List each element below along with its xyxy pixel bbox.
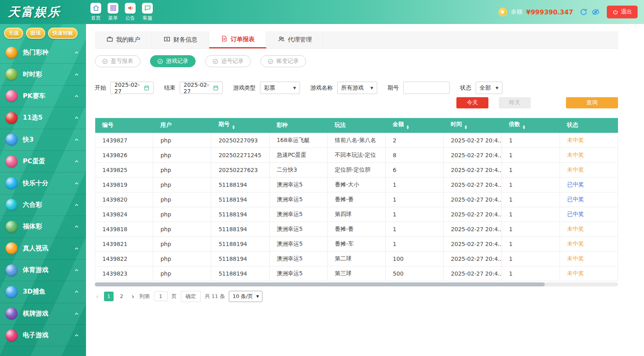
today-button[interactable]: 今天 bbox=[456, 97, 488, 108]
account-icon bbox=[106, 36, 113, 44]
page-button[interactable]: 1 bbox=[104, 292, 114, 301]
horizontal-scrollbar[interactable] bbox=[95, 282, 618, 286]
subtab-game-records[interactable]: 游戏记录 bbox=[150, 55, 196, 67]
tab-my-account[interactable]: 我的账户 bbox=[95, 31, 152, 48]
sidebar-item[interactable]: 时时彩 bbox=[0, 64, 86, 85]
goto-page-input[interactable] bbox=[154, 291, 168, 301]
nav-home[interactable]: 首页 bbox=[90, 3, 101, 22]
quick-button[interactable]: 充值 bbox=[4, 28, 23, 39]
subtab-chase-records[interactable]: 追号记录 bbox=[205, 55, 251, 67]
lottery-ball-icon bbox=[6, 156, 18, 168]
sidebar-item[interactable]: 热门彩种 bbox=[0, 42, 86, 64]
column-header[interactable]: 时间▲▼ bbox=[444, 118, 502, 133]
sidebar-item[interactable]: 快乐十分 bbox=[0, 172, 86, 194]
quick-button[interactable]: 快速转账 bbox=[48, 28, 78, 39]
sidebar-item[interactable]: PC蛋蛋 bbox=[0, 151, 86, 172]
cell-amount: 6 bbox=[386, 162, 444, 177]
cell-amount: 1 bbox=[386, 177, 444, 192]
subtab-account-change-records[interactable]: 账变记录 bbox=[260, 55, 306, 67]
column-header: 用户 bbox=[153, 118, 211, 133]
sidebar-item[interactable]: 体育游戏 bbox=[0, 260, 86, 281]
sort-icon[interactable]: ▲▼ bbox=[523, 125, 525, 130]
query-button[interactable]: 查询 bbox=[566, 97, 618, 108]
sidebar-item[interactable]: 真人视讯 bbox=[0, 238, 86, 260]
refresh-icon[interactable] bbox=[580, 8, 588, 16]
coin-icon: ¥ bbox=[498, 8, 507, 16]
lottery-ball-icon bbox=[6, 330, 18, 342]
sidebar-item-label: 棋牌游戏 bbox=[23, 310, 48, 318]
cell-time: 2025-02-27 20:4... bbox=[444, 222, 502, 236]
cell-multiple: 1 bbox=[502, 266, 560, 281]
service-icon bbox=[142, 3, 153, 14]
yesterday-button[interactable]: 昨天 bbox=[499, 97, 531, 108]
nav-announcement[interactable]: 公告 bbox=[125, 3, 136, 22]
cell-issue: 51188194 bbox=[211, 177, 269, 192]
logout-button[interactable]: 退出 bbox=[607, 6, 638, 18]
cell-status: 未中奖 bbox=[560, 133, 618, 148]
sidebar-item-label: 电子游戏 bbox=[23, 331, 48, 340]
cell-issue: 20250227623 bbox=[211, 162, 269, 177]
sidebar-item[interactable]: PK赛车 bbox=[0, 86, 86, 107]
logout-label: 退出 bbox=[621, 8, 632, 16]
cell-issue: 51188194 bbox=[211, 251, 269, 266]
column-header: 编号 bbox=[95, 118, 153, 133]
cell-multiple: 1 bbox=[502, 207, 560, 222]
column-label: 彩种 bbox=[276, 122, 288, 128]
power-icon bbox=[612, 9, 618, 15]
column-header[interactable]: 金额▲▼ bbox=[386, 118, 444, 133]
sidebar-item[interactable]: 3D捕鱼 bbox=[0, 281, 86, 303]
lottery-ball-icon bbox=[6, 199, 18, 211]
nav-menu[interactable]: 菜单 bbox=[108, 3, 118, 22]
cell-user: php bbox=[153, 148, 211, 162]
game-name-select[interactable]: 所有游戏 ▼ bbox=[337, 82, 377, 94]
confirm-button[interactable]: 确定 bbox=[181, 291, 201, 302]
quick-button[interactable]: 提现 bbox=[26, 28, 45, 39]
page-button[interactable]: 2 bbox=[117, 292, 126, 301]
sidebar-item[interactable]: 11选5 bbox=[0, 107, 86, 129]
end-date-input[interactable]: 2025-02-27 bbox=[180, 82, 223, 94]
table-row: 1439826php202502271245急速PC蛋蛋不回本玩法-定位8202… bbox=[95, 148, 618, 162]
sidebar-item[interactable]: 棋牌游戏 bbox=[0, 303, 86, 325]
column-header[interactable]: 期号▲▼ bbox=[211, 118, 269, 133]
tab-finance-info[interactable]: 财务信息 bbox=[152, 31, 209, 48]
cell-time: 2025-02-27 20:4... bbox=[444, 133, 502, 148]
tab-agent-manage[interactable]: 代理管理 bbox=[266, 31, 324, 48]
sidebar-item[interactable]: 六合彩 bbox=[0, 194, 86, 216]
cell-status: 已中奖 bbox=[560, 207, 618, 222]
sidebar-item[interactable]: 电子游戏 bbox=[0, 325, 86, 346]
announcement-icon bbox=[125, 3, 136, 14]
chevron-up-icon bbox=[74, 246, 80, 252]
cell-id: 1439824 bbox=[95, 207, 153, 222]
end-date-label: 结束 bbox=[164, 84, 175, 92]
sidebar-item-label: 3D捕鱼 bbox=[23, 288, 45, 296]
table-row: 1439825php20250227623二分快3定位胆-定位胆62025-02… bbox=[95, 162, 618, 177]
game-type-select[interactable]: 彩票 ▼ bbox=[260, 82, 300, 94]
issue-input[interactable] bbox=[403, 82, 450, 94]
scrollbar-thumb[interactable] bbox=[95, 282, 545, 286]
column-header[interactable]: 倍数▲▼ bbox=[502, 118, 560, 133]
nav-service[interactable]: 客服 bbox=[142, 3, 153, 22]
start-date-label: 开始 bbox=[95, 84, 106, 92]
sort-icon[interactable]: ▲▼ bbox=[407, 125, 409, 130]
prev-page-icon[interactable]: ‹ bbox=[95, 292, 100, 300]
subtab-profit-report[interactable]: 盈亏报表 bbox=[95, 55, 140, 67]
next-page-icon[interactable]: › bbox=[130, 292, 136, 300]
status-select[interactable]: 全部 ▼ bbox=[476, 82, 502, 94]
cell-multiple: 1 bbox=[502, 177, 560, 192]
page-size-select[interactable]: 10 条/页 ▼ bbox=[229, 291, 262, 302]
cell-multiple: 1 bbox=[502, 192, 560, 207]
tab-order-report[interactable]: 订单报表 bbox=[209, 31, 266, 48]
cell-time: 2025-02-27 20:4... bbox=[444, 251, 502, 266]
check-circle-icon bbox=[102, 58, 108, 64]
sidebar-item[interactable]: 快3 bbox=[0, 129, 86, 151]
sidebar-item[interactable]: 福体彩 bbox=[0, 216, 86, 238]
start-date-input[interactable]: 2025-02-27 bbox=[110, 82, 154, 94]
sort-icon[interactable]: ▲▼ bbox=[465, 125, 467, 130]
sort-icon[interactable]: ▲▼ bbox=[232, 125, 234, 130]
cell-multiple: 1 bbox=[502, 148, 560, 162]
calendar-icon bbox=[213, 85, 219, 91]
lottery-ball-icon bbox=[6, 90, 18, 102]
eye-off-icon[interactable] bbox=[592, 8, 600, 16]
nav-label: 客服 bbox=[143, 15, 152, 22]
cell-amount: 1 bbox=[386, 222, 444, 236]
